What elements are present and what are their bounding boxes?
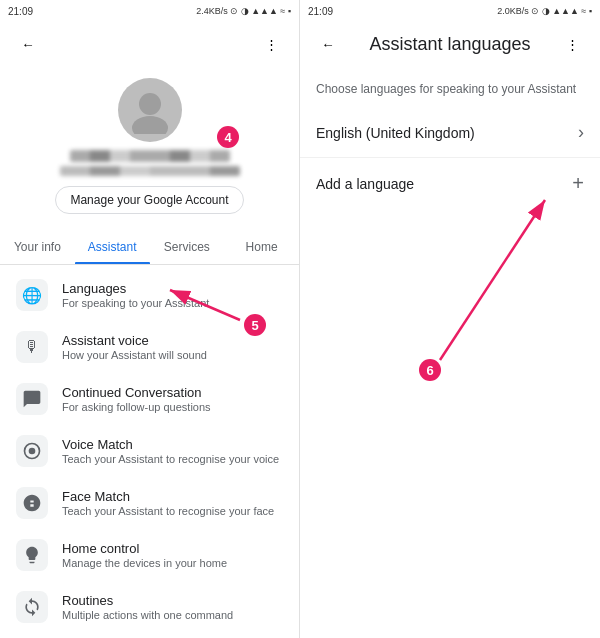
back-button-left[interactable]: ← bbox=[12, 28, 44, 60]
routines-icon bbox=[16, 591, 48, 623]
voice-icon: 🎙 bbox=[16, 331, 48, 363]
back-icon-left: ← bbox=[21, 37, 34, 52]
time-right: 21:09 bbox=[308, 6, 333, 17]
more-button-right[interactable]: ⋮ bbox=[556, 28, 588, 60]
tab-services[interactable]: Services bbox=[150, 230, 225, 264]
section-subtitle: Choose languages for speaking to your As… bbox=[300, 74, 600, 108]
voice-match-title: Voice Match bbox=[62, 437, 283, 452]
tab-assistant[interactable]: Assistant bbox=[75, 230, 150, 264]
voice-text: Assistant voice How your Assistant will … bbox=[62, 333, 283, 361]
time-left: 21:09 bbox=[8, 6, 33, 17]
svg-point-3 bbox=[29, 448, 36, 455]
voice-match-subtitle: Teach your Assistant to recognise your v… bbox=[62, 453, 283, 465]
tabs: Your info Assistant Services Home bbox=[0, 230, 299, 265]
profile-section: 4 Manage your Google Account bbox=[0, 66, 299, 230]
more-icon-left: ⋮ bbox=[265, 37, 278, 52]
home-control-text: Home control Manage the devices in your … bbox=[62, 541, 283, 569]
top-bar-right: ← Assistant languages ⋮ bbox=[300, 22, 600, 66]
home-control-icon bbox=[16, 539, 48, 571]
home-control-title: Home control bbox=[62, 541, 283, 556]
panel-right: 21:09 2.0KB/s ⊙ ◑ ▲▲▲ ≈ ▪ ← Assistant la… bbox=[300, 0, 600, 638]
conversation-title: Continued Conversation bbox=[62, 385, 283, 400]
voice-match-text: Voice Match Teach your Assistant to reco… bbox=[62, 437, 283, 465]
svg-point-1 bbox=[132, 116, 168, 134]
conversation-icon bbox=[16, 383, 48, 415]
avatar bbox=[118, 78, 182, 142]
plus-icon: + bbox=[572, 172, 584, 195]
add-language-label: Add a language bbox=[316, 176, 414, 192]
top-bar-left: ← ⋮ bbox=[0, 22, 299, 66]
face-match-icon bbox=[16, 487, 48, 519]
routines-text: Routines Multiple actions with one comma… bbox=[62, 593, 283, 621]
status-icons-right: 2.0KB/s ⊙ ◑ ▲▲▲ ≈ ▪ bbox=[497, 6, 592, 16]
add-language-item[interactable]: Add a language + bbox=[300, 158, 600, 209]
settings-item-routines[interactable]: Routines Multiple actions with one comma… bbox=[0, 581, 299, 633]
settings-item-languages[interactable]: 🌐 Languages For speaking to your Assista… bbox=[0, 269, 299, 321]
voice-match-icon bbox=[16, 435, 48, 467]
settings-list: 🌐 Languages For speaking to your Assista… bbox=[0, 265, 299, 638]
user-name-blurred bbox=[70, 150, 230, 162]
languages-subtitle: For speaking to your Assistant bbox=[62, 297, 283, 309]
manage-google-account-button[interactable]: Manage your Google Account bbox=[55, 186, 243, 214]
languages-text: Languages For speaking to your Assistant bbox=[62, 281, 283, 309]
language-item-english[interactable]: English (United Kingdom) › bbox=[300, 108, 600, 158]
more-icon-right: ⋮ bbox=[566, 37, 579, 52]
back-icon-right: ← bbox=[321, 37, 334, 52]
right-content: Choose languages for speaking to your As… bbox=[300, 66, 600, 638]
status-icons-left: 2.4KB/s ⊙ ◑ ▲▲▲ ≈ ▪ bbox=[196, 6, 291, 16]
routines-title: Routines bbox=[62, 593, 283, 608]
face-match-subtitle: Teach your Assistant to recognise your f… bbox=[62, 505, 283, 517]
svg-point-0 bbox=[139, 93, 161, 115]
face-match-text: Face Match Teach your Assistant to recog… bbox=[62, 489, 283, 517]
status-bar-left: 21:09 2.4KB/s ⊙ ◑ ▲▲▲ ≈ ▪ bbox=[0, 0, 299, 22]
chevron-right-icon: › bbox=[578, 122, 584, 143]
status-bar-right: 21:09 2.0KB/s ⊙ ◑ ▲▲▲ ≈ ▪ bbox=[300, 0, 600, 22]
settings-item-home-control[interactable]: Home control Manage the devices in your … bbox=[0, 529, 299, 581]
user-email-blurred bbox=[60, 166, 240, 176]
step4-badge: 4 bbox=[217, 126, 239, 148]
manage-btn-label: Manage your Google Account bbox=[70, 193, 228, 207]
settings-item-face-match[interactable]: Face Match Teach your Assistant to recog… bbox=[0, 477, 299, 529]
conversation-subtitle: For asking follow-up questions bbox=[62, 401, 283, 413]
home-control-subtitle: Manage the devices in your home bbox=[62, 557, 283, 569]
tab-yourinfo[interactable]: Your info bbox=[0, 230, 75, 264]
tab-home[interactable]: Home bbox=[224, 230, 299, 264]
language-label: English (United Kingdom) bbox=[316, 125, 475, 141]
languages-icon: 🌐 bbox=[16, 279, 48, 311]
settings-item-voice-match[interactable]: Voice Match Teach your Assistant to reco… bbox=[0, 425, 299, 477]
voice-subtitle: How your Assistant will sound bbox=[62, 349, 283, 361]
routines-subtitle: Multiple actions with one command bbox=[62, 609, 283, 621]
conversation-text: Continued Conversation For asking follow… bbox=[62, 385, 283, 413]
voice-title: Assistant voice bbox=[62, 333, 283, 348]
languages-title: Languages bbox=[62, 281, 283, 296]
settings-item-voice[interactable]: 🎙 Assistant voice How your Assistant wil… bbox=[0, 321, 299, 373]
back-button-right[interactable]: ← bbox=[312, 28, 344, 60]
face-match-title: Face Match bbox=[62, 489, 283, 504]
settings-item-continued-conversation[interactable]: Continued Conversation For asking follow… bbox=[0, 373, 299, 425]
page-title: Assistant languages bbox=[344, 34, 556, 55]
more-button-left[interactable]: ⋮ bbox=[255, 28, 287, 60]
